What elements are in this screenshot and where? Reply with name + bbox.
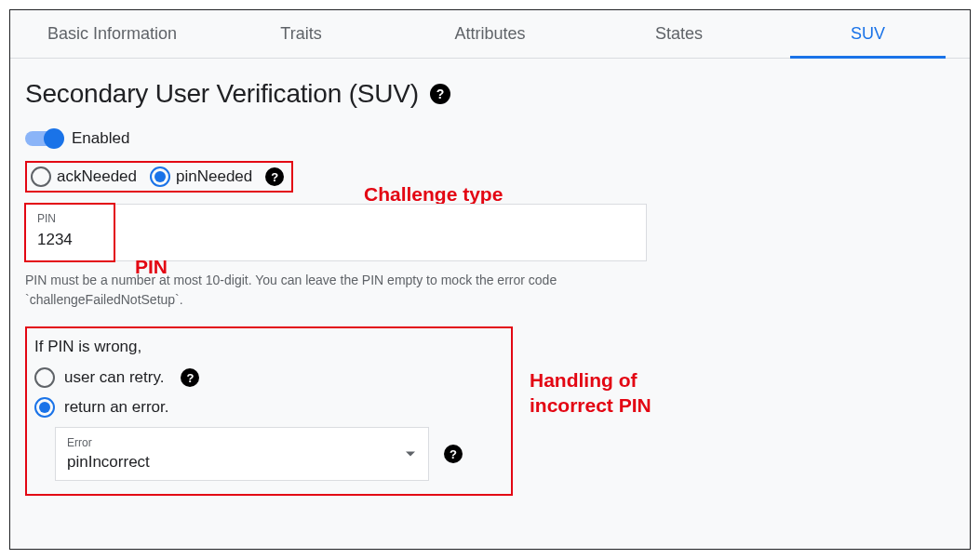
pin-field[interactable]: PIN xyxy=(25,204,647,261)
tabs-bar: Basic Information Traits Attributes Stat… xyxy=(10,10,970,59)
error-handling-prompt: If PIN is wrong, xyxy=(34,338,500,356)
heading-row: Secondary User Verification (SUV) ? xyxy=(18,79,951,109)
chevron-down-icon xyxy=(406,452,415,457)
radio-ackneeded[interactable] xyxy=(31,166,51,187)
error-radio-retry-row: user can retry. ? xyxy=(34,367,500,388)
toggle-knob xyxy=(44,128,64,149)
tab-label: Basic Information xyxy=(47,24,177,44)
enabled-toggle-row: Enabled xyxy=(18,129,951,148)
annotation-pin: PIN xyxy=(135,256,168,278)
error-select-value: pinIncorrect xyxy=(67,453,417,472)
radio-ackneeded-label: ackNeeded xyxy=(57,167,137,186)
error-handling-group: If PIN is wrong, user can retry. ? retur… xyxy=(25,326,513,496)
tab-traits[interactable]: Traits xyxy=(207,10,396,58)
tab-basic-information[interactable]: Basic Information xyxy=(18,10,207,58)
pin-input[interactable] xyxy=(37,231,635,249)
pin-field-wrap: PIN PIN must be a number at most 10-digi… xyxy=(25,204,647,310)
radio-return-error-label: return an error. xyxy=(64,398,168,417)
radio-user-can-retry-label: user can retry. xyxy=(64,368,164,387)
error-radio-return-error-row: return an error. xyxy=(34,397,500,418)
enabled-toggle[interactable] xyxy=(25,131,62,146)
tab-label: Attributes xyxy=(454,24,525,44)
error-select-float-label: Error xyxy=(67,436,417,449)
pin-float-label: PIN xyxy=(37,212,635,225)
error-select-row: Error pinIncorrect ? xyxy=(55,427,500,481)
error-select[interactable]: Error pinIncorrect xyxy=(55,427,429,481)
tab-label: SUV xyxy=(851,24,885,44)
help-icon[interactable]: ? xyxy=(181,368,199,387)
enabled-toggle-label: Enabled xyxy=(72,129,129,148)
tab-attributes[interactable]: Attributes xyxy=(396,10,584,58)
pin-hint-text: PIN must be a number at most 10-digit. Y… xyxy=(25,271,602,310)
challenge-type-group: ackNeeded pinNeeded ? xyxy=(25,161,293,193)
tab-label: States xyxy=(655,24,703,44)
radio-pinneeded[interactable] xyxy=(150,166,170,187)
tab-states[interactable]: States xyxy=(584,10,773,58)
app-frame: Basic Information Traits Attributes Stat… xyxy=(9,9,971,550)
radio-user-can-retry[interactable] xyxy=(34,367,55,388)
annotation-challenge-type: Challenge type xyxy=(364,183,503,206)
radio-pinneeded-label: pinNeeded xyxy=(176,167,252,186)
annotation-incorrect-pin: Handling of incorrect PIN xyxy=(530,367,651,419)
page-title: Secondary User Verification (SUV) xyxy=(25,79,419,109)
help-icon[interactable]: ? xyxy=(444,445,463,463)
content-area: Secondary User Verification (SUV) ? Enab… xyxy=(10,59,970,514)
tab-label: Traits xyxy=(280,24,321,44)
tab-suv[interactable]: SUV xyxy=(773,10,962,58)
help-icon[interactable]: ? xyxy=(430,84,450,104)
help-icon[interactable]: ? xyxy=(265,167,284,186)
radio-return-error[interactable] xyxy=(34,397,55,418)
